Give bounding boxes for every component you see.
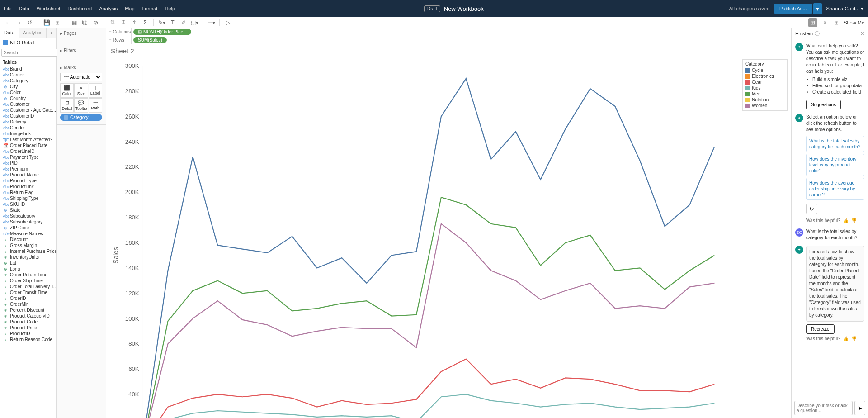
suggestions-button[interactable]: Suggestions <box>806 100 841 109</box>
field-long[interactable]: ⊕Long <box>0 266 56 272</box>
field-customer-age-cate-[interactable]: AbcCustomer - Age Cate... <box>0 107 56 113</box>
field-pid[interactable]: AbcPID <box>0 160 56 166</box>
suggestion-link[interactable]: How does the average order ship time var… <box>806 178 864 200</box>
field-shipping-type[interactable]: AbcShipping Type <box>0 195 56 201</box>
field-order-total-delivery-t-[interactable]: #Order Total Delivery T... <box>0 284 56 290</box>
color-pill-category[interactable]: Category <box>60 114 102 121</box>
field-premium[interactable]: AbcPremium <box>0 166 56 172</box>
legend-item[interactable]: Electronics <box>745 73 784 79</box>
rows-pill[interactable]: SUM(Sales) <box>133 37 167 43</box>
thumbs-down-icon[interactable]: 👎 <box>851 336 857 342</box>
duplicate-icon[interactable]: ⿻ <box>80 18 90 27</box>
field-ordermin[interactable]: #OrderMin <box>0 301 56 307</box>
marks-path[interactable]: 〰Path <box>89 98 102 113</box>
format-icon[interactable]: ✐ <box>179 18 188 27</box>
field-customer[interactable]: AbcCustomer <box>0 101 56 107</box>
line-chart[interactable]: 0K20K40K60K80K100K120K140K160K180K200K22… <box>110 59 788 418</box>
suggestion-link[interactable]: What is the total sales by category for … <box>806 136 864 152</box>
field-internal-purchase-price[interactable]: #Internal Purchase Price <box>0 248 56 254</box>
field-product-type[interactable]: AbcProduct Type <box>0 178 56 184</box>
field-delivery[interactable]: AbcDelivery <box>0 119 56 125</box>
undo-icon[interactable]: ← <box>4 18 13 27</box>
field-order-placed-date[interactable]: 📅Order Placed Date <box>0 142 56 148</box>
field-order-transit-time[interactable]: #Order Transit Time <box>0 290 56 295</box>
showme-button[interactable]: Show Me <box>844 20 864 25</box>
send-icon[interactable]: ➤ <box>854 401 865 415</box>
field-subcategory[interactable]: AbcSubcategory <box>0 213 56 219</box>
close-icon[interactable]: × <box>861 30 864 37</box>
datasource-item[interactable]: NTO Retail <box>0 38 56 48</box>
field-imagelink[interactable]: AbcImageLink <box>0 131 56 137</box>
marks-label[interactable]: TLabel <box>89 83 102 98</box>
legend-item[interactable]: Gear <box>745 79 784 85</box>
user-menu[interactable]: Shauna Gold... ▾ <box>826 6 863 12</box>
field-zip-code[interactable]: ⊕ZIP Code <box>0 225 56 231</box>
field-return-flag[interactable]: AbcReturn Flag <box>0 190 56 195</box>
save-icon[interactable]: 💾 <box>42 18 51 27</box>
tab-analytics[interactable]: Analytics <box>19 28 47 38</box>
marks-type-select[interactable]: 〰 Automatic <box>60 73 102 81</box>
field-product-code[interactable]: #Product Code <box>0 319 56 325</box>
totals-icon[interactable]: Σ <box>141 18 150 27</box>
menu-analysis[interactable]: Analysis <box>95 6 121 11</box>
menu-format[interactable]: Format <box>138 6 161 11</box>
menu-dashboard[interactable]: Dashboard <box>64 6 95 11</box>
field-orderlineid[interactable]: AbcOrderLineID <box>0 148 56 154</box>
field-state[interactable]: ⊕State <box>0 207 56 213</box>
marks-color[interactable]: ⬛Color <box>60 83 74 98</box>
menu-worksheet[interactable]: Worksheet <box>33 6 64 11</box>
chat-input[interactable] <box>794 401 853 415</box>
field-return-reason-code[interactable]: #Return Reason Code <box>0 337 56 342</box>
columns-pill[interactable]: ⊞ MONTH(Order Plac... <box>133 29 191 35</box>
field-product-price[interactable]: #Product Price <box>0 325 56 331</box>
field-measure-names[interactable]: AbcMeasure Names <box>0 231 56 237</box>
thumbs-up-icon[interactable]: 👍 <box>843 336 849 342</box>
field-gross-margin[interactable]: #Gross Margin <box>0 242 56 248</box>
field-lat[interactable]: ⊕Lat <box>0 260 56 266</box>
marks-detail[interactable]: ⊡Detail <box>60 98 74 113</box>
field-percent-discount[interactable]: #Percent Discount <box>0 307 56 313</box>
refresh-icon[interactable]: ↻ <box>806 204 817 214</box>
field-subsubcategory[interactable]: AbcSubsubcategory <box>0 219 56 225</box>
field-discount[interactable]: #Discount <box>0 237 56 242</box>
publish-button[interactable]: Publish As... <box>774 4 812 14</box>
sheet-title[interactable]: Sheet 2 <box>106 44 791 57</box>
field-product-categoryid[interactable]: #Product CategoryID <box>0 313 56 319</box>
marks-tooltip[interactable]: 💬Tooltip <box>74 98 88 113</box>
menu-help[interactable]: Help <box>161 6 179 11</box>
legend-item[interactable]: Women <box>745 103 784 109</box>
presentation-icon[interactable]: ▷ <box>223 18 232 27</box>
tab-data[interactable]: Data <box>0 28 19 38</box>
menu-data[interactable]: Data <box>15 6 33 11</box>
info-icon[interactable]: ⓘ <box>815 30 820 37</box>
legend-item[interactable]: Men <box>745 91 784 97</box>
labels-icon[interactable]: T <box>168 18 177 27</box>
new-worksheet-icon[interactable]: ▦ <box>70 18 79 27</box>
publish-dropdown[interactable]: ▾ <box>813 3 822 14</box>
field-customerid[interactable]: AbcCustomerID <box>0 113 56 119</box>
legend-item[interactable]: Nutrition <box>745 97 784 103</box>
field-gender[interactable]: AbcGender <box>0 125 56 131</box>
field-last-month-affected-[interactable]: T|FLast Month Affected? <box>0 137 56 142</box>
menu-file[interactable]: File <box>0 6 15 11</box>
field-inventoryunits[interactable]: #InventoryUnits <box>0 254 56 260</box>
field-product-name[interactable]: AbcProduct Name <box>0 172 56 178</box>
collapse-icon[interactable]: ‹ <box>47 28 56 38</box>
field-order-ship-time[interactable]: #Order Ship Time <box>0 278 56 284</box>
new-data-icon[interactable]: ⊞ <box>53 18 62 27</box>
field-orderid[interactable]: #OrderID <box>0 295 56 301</box>
recreate-button[interactable]: Recreate <box>806 324 835 334</box>
legend-item[interactable]: Kids <box>745 85 784 91</box>
field-payment-type[interactable]: AbcPayment Type <box>0 154 56 160</box>
field-sku-id[interactable]: AbcSKU ID <box>0 201 56 207</box>
menu-map[interactable]: Map <box>121 6 138 11</box>
field-carrier[interactable]: AbcCarrier <box>0 72 56 78</box>
filters-shelf[interactable]: ▸ Filters <box>58 47 104 54</box>
field-productid[interactable]: #ProductID <box>0 331 56 337</box>
swap-icon[interactable]: ⇅ <box>108 18 117 27</box>
field-brand[interactable]: AbcBrand <box>0 66 56 72</box>
pages-shelf[interactable]: ▸ Pages <box>58 30 104 37</box>
legend[interactable]: Category CycleElectronicsGearKidsMenNutr… <box>742 59 788 111</box>
fit-view-icon[interactable]: ▭▾ <box>207 18 216 27</box>
thumbs-down-icon[interactable]: 👎 <box>851 218 857 224</box>
